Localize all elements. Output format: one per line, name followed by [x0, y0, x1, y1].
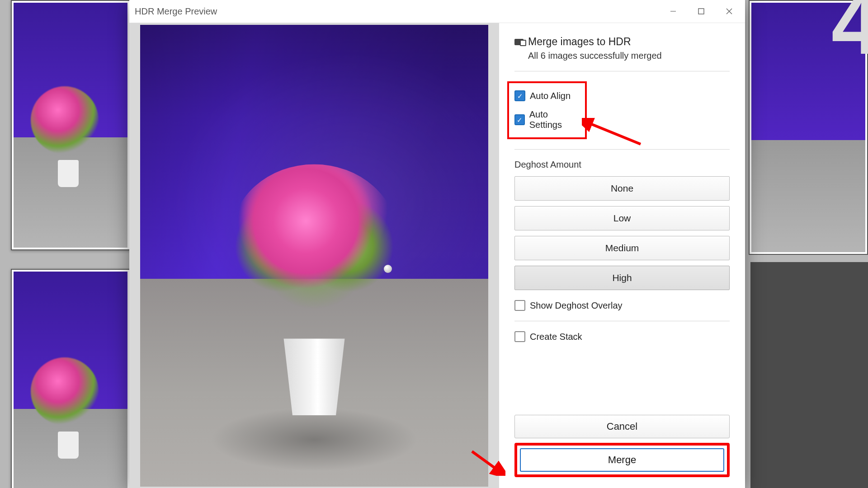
deghost-amount-label: Deghost Amount — [514, 160, 730, 170]
separator — [514, 149, 730, 150]
window-title: HDR Merge Preview — [135, 6, 659, 17]
background-number-badge: 4 — [831, 0, 868, 68]
deghost-none-button[interactable]: None — [514, 176, 730, 201]
show-overlay-label: Show Deghost Overlay — [530, 300, 623, 311]
background-thumbnail — [11, 0, 130, 250]
auto-align-checkbox[interactable]: ✓ Auto Align — [514, 90, 580, 101]
background-dark-area — [750, 262, 868, 488]
auto-settings-checkbox[interactable]: ✓ Auto Settings — [514, 109, 580, 130]
svg-line-4 — [587, 122, 641, 144]
checkmark-icon: ✓ — [514, 90, 525, 101]
titlebar: HDR Merge Preview — [129, 0, 745, 23]
separator — [514, 71, 730, 71]
auto-align-label: Auto Align — [530, 91, 571, 101]
cancel-button[interactable]: Cancel — [514, 415, 730, 438]
maximize-button[interactable] — [687, 0, 715, 22]
merge-button-highlight: Merge — [514, 443, 730, 477]
hdr-icon — [514, 39, 524, 45]
checkbox-icon: ✓ — [514, 300, 525, 311]
deghost-medium-button[interactable]: Medium — [514, 236, 730, 260]
create-stack-label: Create Stack — [530, 332, 582, 342]
close-button[interactable] — [715, 0, 743, 22]
settings-panel: Merge images to HDR All 6 images success… — [499, 23, 745, 488]
checkbox-icon: ✓ — [514, 331, 525, 342]
svg-rect-1 — [698, 9, 704, 14]
minimize-button[interactable] — [659, 0, 687, 22]
deghost-high-button[interactable]: High — [514, 266, 730, 290]
hdr-preview-image — [140, 25, 488, 487]
deghost-low-button[interactable]: Low — [514, 206, 730, 230]
hdr-merge-preview-dialog: HDR Merge Preview Merge images to HDR — [129, 0, 745, 488]
create-stack-checkbox[interactable]: ✓ Create Stack — [514, 331, 730, 342]
auto-options-group-highlight: ✓ Auto Align ✓ Auto Settings — [507, 81, 587, 139]
background-thumbnail — [11, 269, 130, 488]
auto-settings-label: Auto Settings — [529, 109, 580, 130]
merge-button[interactable]: Merge — [520, 448, 724, 472]
checkmark-icon: ✓ — [514, 114, 525, 125]
annotation-arrow — [582, 118, 645, 150]
separator — [514, 321, 730, 321]
merge-status-text: All 6 images successfully merged — [528, 51, 730, 61]
show-deghost-overlay-checkbox[interactable]: ✓ Show Deghost Overlay — [514, 300, 730, 311]
panel-heading: Merge images to HDR — [528, 36, 631, 48]
preview-pane — [129, 23, 499, 488]
